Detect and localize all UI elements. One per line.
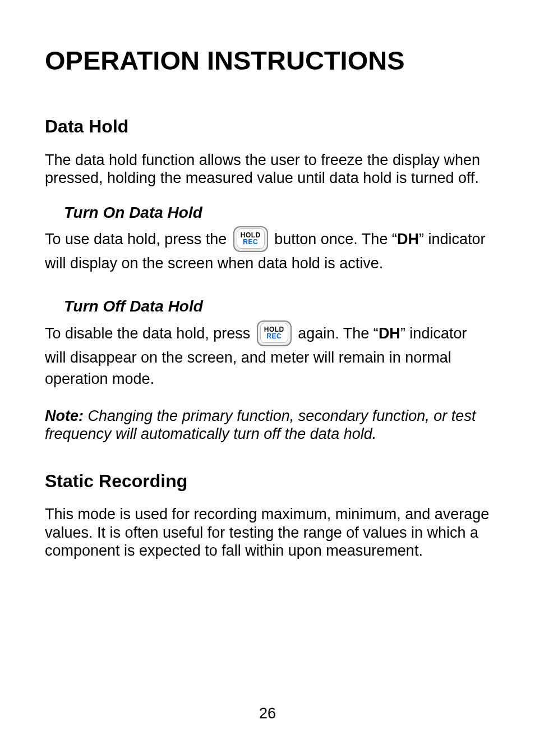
hold-rec-button-icon: HOLD REC — [233, 226, 268, 252]
page-title: OPERATION INSTRUCTIONS — [45, 45, 490, 76]
button-label-rec: REC — [266, 333, 282, 340]
note-lead: Note: — [45, 407, 84, 424]
subheading-turn-off: Turn Off Data Hold — [64, 297, 490, 316]
turn-off-pre-text: To disable the data hold, press — [45, 325, 255, 342]
turn-off-post1: again. The “ — [298, 325, 379, 342]
dh-indicator-text: DH — [397, 231, 419, 248]
turn-on-paragraph: To use data hold, press the HOLD REC but… — [45, 226, 490, 273]
dh-indicator-text: DH — [379, 325, 400, 342]
section-heading-data-hold: Data Hold — [45, 116, 490, 137]
turn-off-paragraph: To disable the data hold, press HOLD REC… — [45, 320, 490, 389]
subheading-turn-on: Turn On Data Hold — [64, 203, 490, 222]
data-hold-intro: The data hold function allows the user t… — [45, 151, 490, 187]
static-recording-body: This mode is used for recording maximum,… — [45, 505, 490, 560]
button-label-rec: REC — [243, 239, 258, 245]
page-number: 26 — [0, 705, 535, 722]
turn-on-post1: button once. The “ — [274, 231, 397, 248]
section-heading-static-recording: Static Recording — [45, 470, 490, 492]
hold-rec-button-icon: HOLD REC — [257, 320, 292, 346]
turn-on-pre-text: To use data hold, press the — [45, 231, 231, 248]
document-page: OPERATION INSTRUCTIONS Data Hold The dat… — [0, 0, 535, 756]
note-body: Changing the primary function, secondary… — [45, 407, 476, 442]
data-hold-note: Note: Changing the primary function, sec… — [45, 407, 490, 443]
